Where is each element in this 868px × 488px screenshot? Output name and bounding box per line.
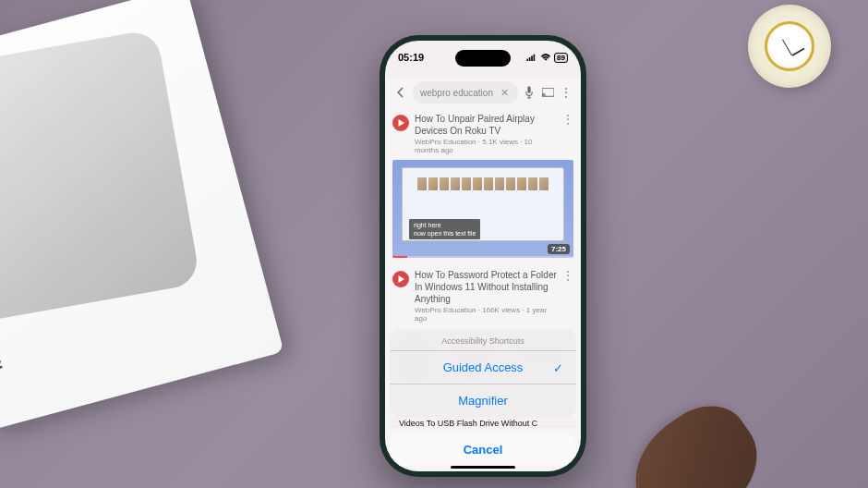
iphone-device: 05:19 89 webpro educa xyxy=(380,35,586,477)
screen: 05:19 89 webpro educa xyxy=(385,41,581,471)
cancel-button[interactable]: Cancel xyxy=(390,433,576,466)
clock-minute-hand xyxy=(782,39,792,55)
desk-clock xyxy=(748,5,831,88)
magnifier-option[interactable]: Magnifier xyxy=(390,384,576,417)
accessibility-action-sheet: Accessibility Shortcuts Guided Access ✓ … xyxy=(390,330,576,466)
clock-hour-hand xyxy=(792,48,805,56)
status-right: 89 xyxy=(526,52,568,63)
action-sheet-group: Accessibility Shortcuts Guided Access ✓ … xyxy=(390,330,576,417)
iphone-box-prop: iPhone xyxy=(0,0,283,431)
checkmark-icon: ✓ xyxy=(553,360,563,374)
home-indicator[interactable] xyxy=(451,466,515,469)
partial-video-title: Videos To USB Flash Drive Without C xyxy=(390,417,576,428)
finger xyxy=(613,389,778,488)
battery-indicator: 89 xyxy=(554,53,568,63)
dynamic-island xyxy=(455,50,511,67)
svg-rect-3 xyxy=(534,55,536,61)
status-time: 05:19 xyxy=(398,52,424,63)
guided-access-option[interactable]: Guided Access ✓ xyxy=(390,350,576,384)
clock-face xyxy=(765,21,814,71)
svg-rect-2 xyxy=(531,55,533,61)
box-artwork xyxy=(0,29,201,323)
signal-icon xyxy=(526,52,537,63)
svg-rect-1 xyxy=(529,57,531,61)
action-sheet-title: Accessibility Shortcuts xyxy=(390,330,576,350)
battery-level: 89 xyxy=(554,53,568,63)
svg-rect-0 xyxy=(526,59,528,61)
wifi-icon xyxy=(540,52,551,63)
